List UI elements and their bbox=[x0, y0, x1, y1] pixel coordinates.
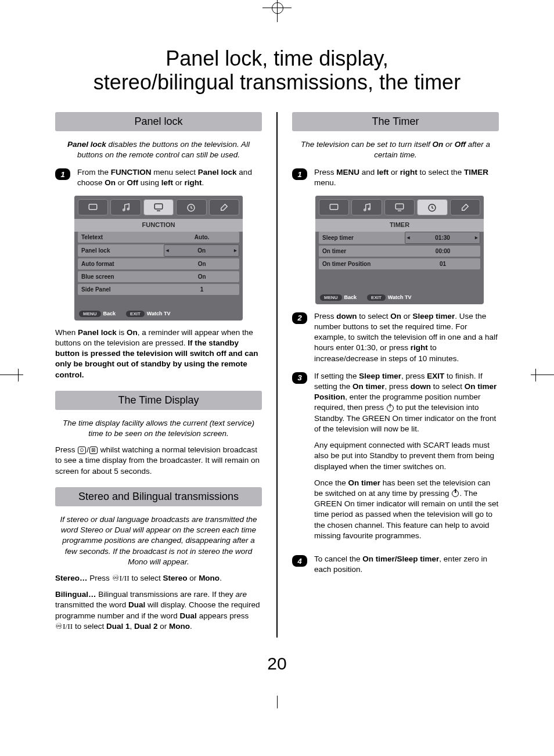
svg-rect-5 bbox=[330, 204, 338, 209]
power-icon bbox=[452, 490, 459, 497]
osd-row-label: Teletext bbox=[78, 232, 164, 243]
timer-osd: TIMER Sleep timer01:30 On timer00:00 On … bbox=[315, 196, 484, 304]
timer-step4-text: To cancel the On timer/Sleep timer, ente… bbox=[314, 554, 499, 575]
osd-row: Auto formatOn bbox=[78, 258, 239, 269]
tab-setup-icon bbox=[450, 199, 480, 215]
menu-pill: MENU bbox=[79, 311, 101, 317]
osd-exit-label: Watch TV bbox=[147, 311, 171, 316]
osd-back-label: Back bbox=[103, 311, 116, 316]
function-osd: FUNCTION TeletextAuto. Panel lockOn Auto… bbox=[74, 196, 243, 321]
tab-picture-icon bbox=[319, 199, 349, 215]
exit-pill: EXIT bbox=[367, 294, 386, 301]
bilingual-line: Bilingual… Bilingual transmissions are r… bbox=[55, 589, 262, 632]
osd-footer: MENUBack EXITWatch TV bbox=[74, 307, 243, 321]
section-timer-heading: The Timer bbox=[292, 112, 499, 131]
timer-step-2: 2 Press down to select On or Sleep timer… bbox=[292, 311, 499, 364]
tab-timer-icon bbox=[176, 199, 206, 215]
power-icon bbox=[387, 405, 394, 412]
svg-rect-0 bbox=[89, 204, 97, 209]
osd-row-value: On bbox=[164, 244, 239, 257]
osd-row-value: 01:30 bbox=[405, 232, 480, 244]
timer-step3-p3: Once the On timer has been set the telev… bbox=[314, 478, 499, 541]
timer-step-4: 4 To cancel the On timer/Sleep timer, en… bbox=[292, 554, 499, 575]
osd-row-value: 01 bbox=[405, 258, 480, 269]
osd-row-label: Blue screen bbox=[78, 271, 164, 282]
menu-pill: MENU bbox=[320, 294, 342, 301]
svg-point-6 bbox=[364, 209, 365, 211]
osd-row-label: Side Panel bbox=[78, 284, 164, 295]
osd-exit: EXITWatch TV bbox=[126, 311, 170, 317]
exit-pill: EXIT bbox=[126, 311, 145, 317]
section-panel-lock-heading: Panel lock bbox=[55, 112, 262, 131]
timer-intro: The television can be set to turn itself… bbox=[292, 139, 499, 160]
osd-row: TeletextAuto. bbox=[78, 232, 239, 243]
osd-exit: EXITWatch TV bbox=[367, 294, 411, 301]
osd-tabs bbox=[74, 196, 243, 219]
page-number: 20 bbox=[0, 654, 554, 674]
step-badge: 1 bbox=[55, 168, 70, 180]
osd-row-label: Auto format bbox=[78, 258, 164, 269]
tab-timer-icon bbox=[417, 199, 447, 215]
crop-mark-bottom bbox=[268, 701, 286, 708]
step-badge: 1 bbox=[292, 168, 307, 180]
tab-audio-icon bbox=[351, 199, 382, 215]
timer-step-3: 3 If setting the Sleep timer, press EXIT… bbox=[292, 371, 499, 547]
stereo-line: Stereo… Press ♾I/II to select Stereo or … bbox=[55, 573, 262, 584]
osd-back: MENUBack bbox=[79, 311, 116, 317]
osd-title: FUNCTION bbox=[74, 219, 243, 232]
osd-back: MENUBack bbox=[320, 294, 357, 301]
section-stereo-heading: Stereo and Bilingual transmissions bbox=[55, 487, 262, 506]
crop-mark-right bbox=[531, 372, 554, 379]
title-line-1: Panel lock, time display, bbox=[166, 46, 388, 70]
osd-row: Side Panel1 bbox=[78, 284, 239, 295]
stereo-intro: If stereo or dual language broadcasts ar… bbox=[55, 514, 262, 567]
step-badge: 3 bbox=[292, 372, 307, 384]
osd-row-selected: Panel lockOn bbox=[78, 244, 239, 257]
step-badge: 2 bbox=[292, 312, 307, 324]
right-column: The Timer The television can be set to t… bbox=[292, 112, 499, 582]
time-display-body: Press ⊙/⊠ whilst watching a normal telev… bbox=[55, 445, 262, 477]
tab-audio-icon bbox=[110, 199, 141, 215]
section-time-display-heading: The Time Display bbox=[55, 391, 262, 410]
svg-rect-8 bbox=[395, 204, 404, 209]
osd-row: Blue screenOn bbox=[78, 271, 239, 282]
osd-row-value: On bbox=[164, 258, 239, 269]
timer-step3-p2: Any equipment connected with SCART leads… bbox=[314, 440, 499, 472]
osd-row-label: Panel lock bbox=[78, 245, 164, 256]
osd-row-selected: Sleep timer01:30 bbox=[319, 232, 480, 244]
timer-step1-text: Press MENU and left or right to select t… bbox=[314, 167, 499, 188]
osd-row: On timer Position01 bbox=[319, 258, 480, 269]
tab-picture-icon bbox=[78, 199, 108, 215]
osd-tabs bbox=[315, 196, 484, 219]
osd-row-label: Sleep timer bbox=[319, 232, 405, 243]
page-title: Panel lock, time display, stereo/bilingu… bbox=[35, 46, 519, 95]
step-body: From the FUNCTION menu select Panel lock… bbox=[77, 167, 262, 188]
crop-mark-top bbox=[268, 0, 286, 16]
tab-function-icon bbox=[384, 199, 415, 215]
timer-step3-text: If setting the Sleep timer, press EXIT t… bbox=[314, 371, 499, 434]
timer-step-1: 1 Press MENU and left or right to select… bbox=[292, 167, 499, 188]
osd-title: TIMER bbox=[315, 219, 484, 232]
step-badge: 4 bbox=[292, 555, 307, 567]
osd-row-label: On timer Position bbox=[319, 258, 405, 269]
panel-lock-step1-text: From the FUNCTION menu select Panel lock… bbox=[77, 167, 262, 188]
title-line-2: stereo/bilingual transmissions, the time… bbox=[93, 70, 461, 94]
timer-step2-text: Press down to select On or Sleep timer. … bbox=[314, 311, 499, 364]
panel-lock-step-1: 1 From the FUNCTION menu select Panel lo… bbox=[55, 167, 262, 188]
svg-rect-3 bbox=[154, 204, 163, 209]
time-display-intro: The time display facility allows the cur… bbox=[55, 418, 262, 439]
column-divider bbox=[276, 112, 278, 638]
osd-row: On timer00:00 bbox=[319, 246, 480, 257]
osd-row-value: 00:00 bbox=[405, 246, 480, 257]
crop-mark-left bbox=[0, 372, 23, 379]
svg-point-2 bbox=[127, 208, 129, 210]
panel-lock-intro: Panel lock disables the buttons on the t… bbox=[55, 139, 262, 160]
osd-row-label: On timer bbox=[319, 246, 405, 257]
svg-point-7 bbox=[368, 208, 370, 210]
osd-row-value: Auto. bbox=[164, 232, 239, 243]
osd-row-value: On bbox=[164, 271, 239, 282]
osd-footer: MENUBack EXITWatch TV bbox=[315, 291, 484, 304]
tab-setup-icon bbox=[209, 199, 239, 215]
exit-button-icon: ⊠ bbox=[89, 447, 98, 454]
svg-point-1 bbox=[123, 209, 124, 211]
